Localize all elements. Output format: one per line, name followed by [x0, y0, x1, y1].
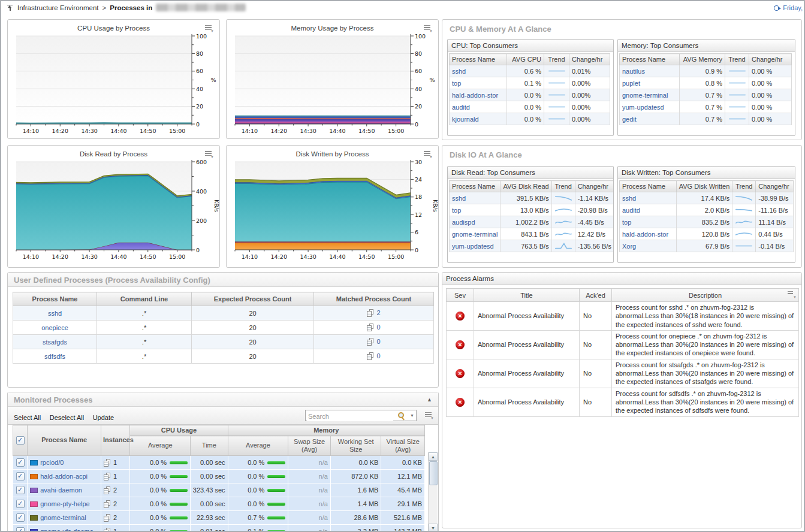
table-row: audispd1,002.2 B/s-4.45 B/s: [450, 216, 614, 228]
row-checkbox[interactable]: ✓: [16, 500, 25, 508]
row-checkbox[interactable]: ✓: [16, 513, 25, 522]
process-link[interactable]: onepiece: [41, 324, 68, 331]
avg-value: 17.4 KB/s: [676, 192, 732, 204]
chart-menu-icon[interactable]: ▼: [205, 25, 213, 32]
monitored-processes-table: ✓ Process Name Instances CPU Usage Memor…: [13, 425, 425, 532]
change-value: 0.00%: [569, 89, 610, 101]
cpu-top-consumers-panel: CPU: Top Consumers Process NameAVG CPUTr…: [447, 39, 614, 136]
process-link[interactable]: yum-updatesd: [622, 104, 664, 111]
matched-count-link[interactable]: 2: [376, 309, 380, 316]
swap-size-cell-content: n/a: [291, 473, 328, 480]
table-scrollbar[interactable]: ▲ ▼: [428, 452, 438, 532]
process-link[interactable]: rpciod/0: [40, 459, 64, 466]
process-link[interactable]: Xorg: [622, 243, 636, 250]
chart-menu-icon[interactable]: ▼: [424, 25, 432, 32]
process-name-cell: yum-updatesd: [620, 101, 680, 113]
disk-written-top-consumers-table: Process NameAVG Disk WrittenTrendChange/…: [619, 180, 794, 252]
chart-menu-icon[interactable]: ▼: [205, 151, 213, 158]
avg-value: 763.5 B/s: [501, 240, 551, 252]
process-link[interactable]: gnome-vfs-daemo: [40, 528, 94, 532]
error-icon: ×: [456, 340, 465, 349]
panel-title-bar: User Defined Processes (Process Availabi…: [8, 273, 438, 287]
cpu-average-cell-value: 0.0 %: [150, 528, 167, 532]
scroll-down-button[interactable]: ▼: [429, 524, 438, 532]
process-link[interactable]: hald-addon-stor: [452, 92, 498, 99]
process-link[interactable]: sshd: [48, 310, 62, 317]
alarm-row[interactable]: ×Abnormal Process AvailabilityNoProcess …: [447, 359, 799, 388]
process-link[interactable]: audispd: [452, 219, 475, 226]
matched-count-link[interactable]: 0: [376, 324, 380, 331]
row-checkbox[interactable]: ✓: [16, 527, 25, 532]
chart-menu-icon[interactable]: ▼: [424, 151, 432, 158]
process-link[interactable]: gnome-pty-helpe: [40, 500, 90, 507]
table-row: stsafgds.*200: [13, 335, 434, 349]
svg-text:14:30: 14:30: [300, 253, 316, 260]
cpu-average-cell: 0.0 %: [130, 456, 191, 470]
svg-text:0: 0: [196, 247, 200, 253]
row-select-cell: ✓: [13, 497, 28, 511]
scroll-up-button[interactable]: ▲: [429, 452, 438, 461]
avg-value: 0.7 %: [680, 113, 725, 125]
process-link[interactable]: gnome-terminal: [40, 514, 86, 521]
process-link[interactable]: gnome-terminal: [452, 231, 498, 238]
disk-read-chart[interactable]: 0200400600KB/s14:1014:2014:3014:4014:501…: [9, 159, 219, 264]
cpu-average-cell: 0.0 %: [130, 497, 191, 511]
virtual-size-cell-content: 29.1 MB: [384, 500, 422, 507]
row-checkbox[interactable]: ✓: [16, 472, 25, 480]
select-all-button[interactable]: Select All: [14, 414, 41, 421]
svg-text:14:30: 14:30: [81, 128, 97, 134]
alarm-row[interactable]: ×Abnormal Process AvailabilityNoProcess …: [447, 302, 799, 331]
working-set-cell-value: 1.6 MB: [358, 486, 379, 494]
process-link[interactable]: avahi-daemon: [40, 486, 82, 494]
process-link[interactable]: top: [452, 80, 461, 87]
process-link[interactable]: kjournald: [452, 116, 479, 123]
breadcrumb-parent-link[interactable]: Infrastructure Environment: [17, 4, 99, 11]
alarm-row[interactable]: ×Abnormal Process AvailabilityNoProcess …: [447, 330, 799, 359]
alarm-row[interactable]: ×Abnormal Process AvailabilityNoProcess …: [447, 388, 799, 416]
process-link[interactable]: sdfsdfs: [44, 353, 65, 360]
matched-count-link[interactable]: 0: [376, 338, 380, 345]
navigate-up-icon[interactable]: [7, 4, 14, 11]
process-alarms-panel: Process Alarms SevTitleAck'edDescription…: [442, 272, 802, 528]
select-all-checkbox[interactable]: ✓: [16, 436, 25, 445]
timerange-control[interactable]: Friday,: [774, 4, 803, 11]
table-menu-icon[interactable]: ▼: [788, 291, 796, 298]
working-set-cell: 0.0 KB: [330, 456, 381, 470]
matched-count-link[interactable]: 0: [376, 352, 380, 359]
cpu-average-cell: 0.0 %: [130, 483, 191, 497]
working-set-cell-content: 1.4 MB: [333, 500, 379, 507]
process-name-cell: puplet: [620, 77, 680, 89]
search-icon[interactable]: [397, 412, 405, 419]
row-checkbox[interactable]: ✓: [16, 458, 25, 467]
search-dropdown-icon[interactable]: ▼: [410, 413, 414, 418]
process-link[interactable]: auditd: [622, 207, 640, 214]
collapse-icon[interactable]: ▲: [427, 397, 432, 403]
process-link[interactable]: gnome-terminal: [622, 92, 668, 99]
avg-value: 0.1 %: [507, 77, 544, 89]
process-link[interactable]: puplet: [622, 80, 640, 87]
process-link[interactable]: sshd: [622, 195, 636, 202]
instances-cell: 2: [101, 483, 130, 497]
process-link[interactable]: auditd: [452, 104, 470, 111]
scroll-thumb[interactable]: [429, 461, 438, 485]
update-button[interactable]: Update: [93, 414, 114, 421]
row-checkbox[interactable]: ✓: [16, 486, 25, 494]
process-link[interactable]: yum-updatesd: [452, 243, 494, 250]
cpu-usage-chart[interactable]: 020406080100%14:1014:2014:3014:4014:5015…: [9, 33, 219, 138]
change-value: -11.16 B/s: [756, 204, 794, 216]
process-link[interactable]: nautilus: [622, 68, 645, 75]
search-input[interactable]: [307, 411, 393, 421]
disk-written-chart[interactable]: 0612182430KB/s14:1014:2014:3014:4014:501…: [228, 159, 438, 264]
process-link[interactable]: hald-addon-stor: [622, 231, 668, 238]
process-link[interactable]: hald-addon-acpi: [40, 473, 88, 480]
process-link[interactable]: sshd: [452, 68, 466, 75]
process-link[interactable]: top: [452, 207, 461, 214]
memory-usage-chart[interactable]: 020406080100%14:1014:2014:3014:4014:5015…: [228, 33, 438, 138]
process-link[interactable]: gedit: [622, 116, 637, 123]
process-link[interactable]: top: [622, 219, 631, 226]
process-name-cell: gnome-terminal: [450, 228, 501, 240]
deselect-all-button[interactable]: Deselect All: [50, 414, 84, 421]
process-link[interactable]: sshd: [452, 195, 466, 202]
table-menu-icon[interactable]: ▼: [425, 412, 433, 419]
process-link[interactable]: stsafgds: [43, 338, 67, 346]
